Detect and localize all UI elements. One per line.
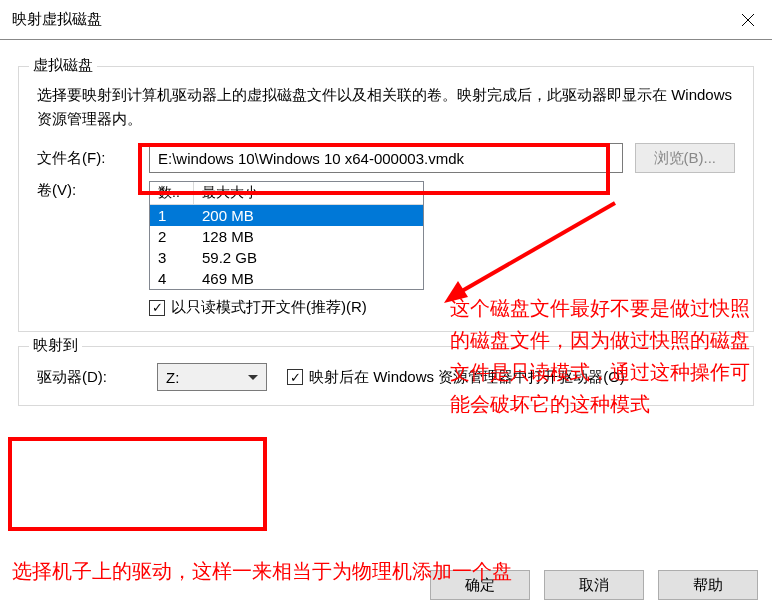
cell-size: 469 MB [194,269,423,288]
annotation-box-map [8,437,267,531]
file-input[interactable] [149,143,623,173]
cell-num: 2 [150,227,194,246]
cell-num: 1 [150,206,194,225]
cell-num: 3 [150,248,194,267]
cell-size: 59.2 GB [194,248,423,267]
list-row[interactable]: 1 200 MB [150,205,423,226]
cell-num: 4 [150,269,194,288]
list-row[interactable]: 2 128 MB [150,226,423,247]
drive-label: 驱动器(D): [37,368,137,387]
drive-select[interactable]: Z: [157,363,267,391]
group-title-disk: 虚拟磁盘 [29,56,97,75]
open-explorer-label: 映射后在 Windows 资源管理器中打开驱动器(O) [309,368,625,387]
group-title-map: 映射到 [29,336,82,355]
window-title: 映射虚拟磁盘 [12,10,102,29]
virtual-disk-group: 虚拟磁盘 选择要映射到计算机驱动器上的虚拟磁盘文件以及相关联的卷。映射完成后，此… [18,66,754,332]
help-button[interactable]: 帮助 [658,570,758,600]
close-icon [742,14,754,26]
readonly-label: 以只读模式打开文件(推荐)(R) [171,298,367,317]
chevron-down-icon [248,375,258,380]
col-size[interactable]: 最大大小 [194,182,423,204]
volume-list[interactable]: 数.. 最大大小 1 200 MB 2 128 MB 3 59.2 GB 4 [149,181,424,290]
list-header: 数.. 最大大小 [150,182,423,205]
ok-button[interactable]: 确定 [430,570,530,600]
open-explorer-checkbox[interactable] [287,369,303,385]
cell-size: 200 MB [194,206,423,225]
description-text: 选择要映射到计算机驱动器上的虚拟磁盘文件以及相关联的卷。映射完成后，此驱动器即显… [37,83,735,131]
file-label: 文件名(F): [37,149,137,168]
volume-label: 卷(V): [37,181,137,200]
cell-size: 128 MB [194,227,423,246]
browse-button[interactable]: 浏览(B)... [635,143,736,173]
list-row[interactable]: 3 59.2 GB [150,247,423,268]
cancel-button[interactable]: 取消 [544,570,644,600]
col-num[interactable]: 数.. [150,182,194,204]
title-bar: 映射虚拟磁盘 [0,0,772,40]
drive-value: Z: [166,369,179,386]
readonly-checkbox[interactable] [149,300,165,316]
list-row[interactable]: 4 469 MB [150,268,423,289]
close-button[interactable] [724,0,772,40]
map-to-group: 映射到 驱动器(D): Z: 映射后在 Windows 资源管理器中打开驱动器(… [18,346,754,406]
